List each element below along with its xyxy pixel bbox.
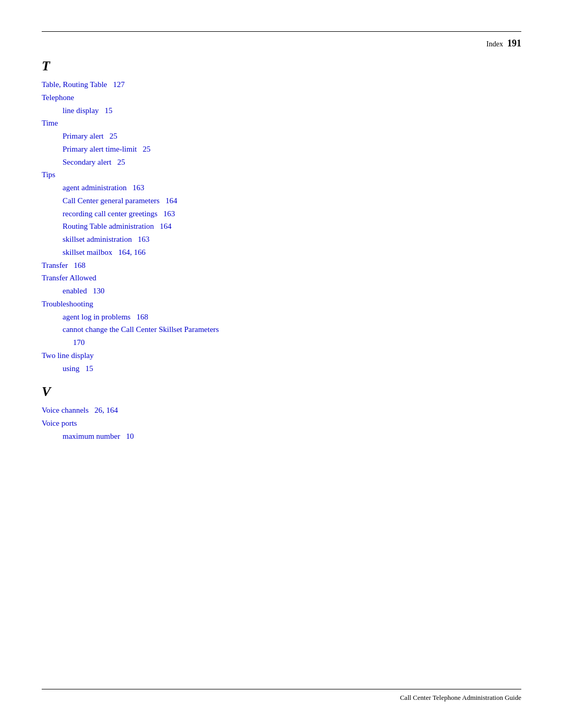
entry-skillset-administration[interactable]: skillset administration 163 xyxy=(63,233,521,246)
entry-recording-call-center-greetings[interactable]: recording call center greetings 163 xyxy=(63,207,521,220)
entry-transfer-allowed[interactable]: Transfer Allowed xyxy=(42,272,521,285)
entry-maximum-number[interactable]: maximum number 10 xyxy=(63,430,521,443)
entry-voice-channels[interactable]: Voice channels 26, 164 xyxy=(42,404,521,417)
page: Index 191 T Table, Routing Table 127 Tel… xyxy=(0,0,563,728)
page-footer: Call Center Telephone Administration Gui… xyxy=(42,689,521,702)
footer-text: Call Center Telephone Administration Gui… xyxy=(42,694,521,702)
entry-two-line-display[interactable]: Two line display xyxy=(42,349,521,362)
entry-time[interactable]: Time xyxy=(42,117,521,130)
entry-line-display[interactable]: line display 15 xyxy=(63,104,521,117)
entry-primary-alert-time-limit[interactable]: Primary alert time-limit 25 xyxy=(63,143,521,156)
entry-cannot-change-skillset[interactable]: cannot change the Call Center Skillset P… xyxy=(63,323,521,336)
entry-primary-alert[interactable]: Primary alert 25 xyxy=(63,130,521,143)
top-rule xyxy=(42,31,521,32)
entry-enabled[interactable]: enabled 130 xyxy=(63,285,521,298)
entry-telephone[interactable]: Telephone xyxy=(42,91,521,104)
section-v-entries: Voice channels 26, 164 Voice ports maxim… xyxy=(42,404,521,442)
entry-using[interactable]: using 15 xyxy=(63,362,521,375)
header-page-number: 191 xyxy=(507,38,521,49)
entry-routing-table-administration[interactable]: Routing Table administration 164 xyxy=(63,220,521,233)
entry-voice-ports[interactable]: Voice ports xyxy=(42,417,521,430)
entry-cannot-change-page[interactable]: 170 xyxy=(73,336,521,349)
entry-agent-log-in-problems[interactable]: agent log in problems 168 xyxy=(63,311,521,324)
page-header: Index 191 xyxy=(42,38,521,49)
section-t-heading: T xyxy=(42,58,521,74)
section-t-entries: Table, Routing Table 127 Telephone line … xyxy=(42,78,521,375)
entry-skillset-mailbox[interactable]: skillset mailbox 164, 166 xyxy=(63,246,521,259)
entry-table-routing[interactable]: Table, Routing Table 127 xyxy=(42,78,521,91)
entry-call-center-general-parameters[interactable]: Call Center general parameters 164 xyxy=(63,194,521,207)
entry-troubleshooting[interactable]: Troubleshooting xyxy=(42,298,521,311)
entry-tips[interactable]: Tips xyxy=(42,168,521,181)
entry-secondary-alert[interactable]: Secondary alert 25 xyxy=(63,156,521,169)
footer-rule xyxy=(42,689,521,689)
section-v-heading: V xyxy=(42,384,521,400)
entry-agent-administration[interactable]: agent administration 163 xyxy=(63,181,521,194)
header-label: Index xyxy=(486,40,503,48)
entry-transfer[interactable]: Transfer 168 xyxy=(42,259,521,272)
